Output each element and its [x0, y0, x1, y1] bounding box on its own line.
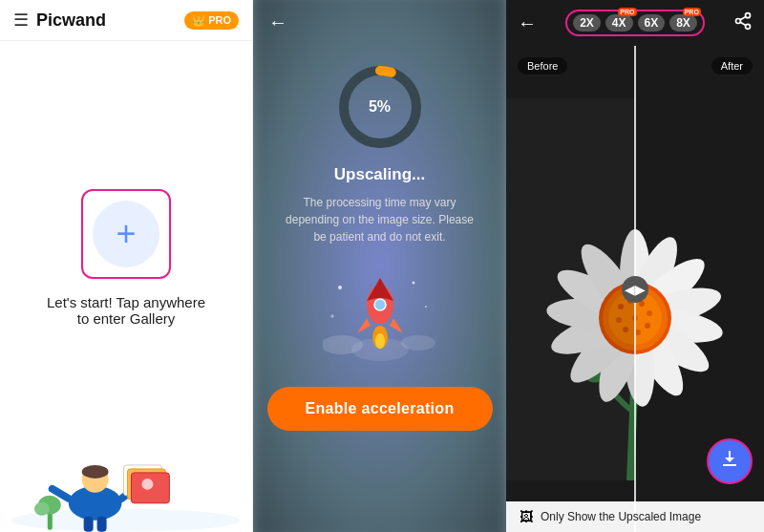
- comparison-back-button[interactable]: ←: [518, 12, 537, 34]
- panel-comparison: ← 2X 4X PRO 6X 8X PRO: [506, 0, 764, 532]
- zoom-6x[interactable]: 6X: [638, 14, 666, 32]
- after-label: After: [711, 57, 753, 74]
- zoom-4x-label: 4X: [612, 16, 626, 30]
- svg-line-31: [740, 22, 746, 25]
- plus-icon: +: [116, 217, 136, 251]
- before-label: Before: [518, 57, 567, 74]
- svg-point-26: [425, 306, 427, 308]
- svg-point-58: [647, 310, 652, 316]
- zoom-options-group: 2X 4X PRO 6X 8X PRO: [565, 10, 705, 36]
- home-header: ☰ Picwand 👑 PRO: [0, 0, 252, 41]
- svg-point-23: [375, 333, 385, 349]
- comparison-header: ← 2X 4X PRO 6X 8X PRO: [506, 0, 764, 46]
- svg-rect-4: [84, 517, 94, 532]
- crown-icon: 👑: [192, 14, 205, 27]
- upscaling-title: Upscaling...: [334, 165, 425, 184]
- enable-acceleration-button[interactable]: Enable acceleration: [267, 387, 493, 431]
- menu-icon[interactable]: ☰: [13, 10, 29, 31]
- zoom-6x-label: 6X: [645, 16, 659, 30]
- only-show-upscaled-bar[interactable]: 🖼 Only Show the Upscaled Image: [506, 501, 764, 532]
- svg-point-21: [374, 299, 386, 310]
- svg-point-59: [645, 323, 650, 329]
- progress-ring: 5%: [337, 64, 423, 150]
- back-button[interactable]: ←: [268, 11, 287, 33]
- zoom-2x-label: 2X: [580, 16, 594, 30]
- add-button-wrapper[interactable]: +: [81, 189, 171, 279]
- pro-badge-label: PRO: [208, 14, 231, 26]
- svg-rect-64: [506, 98, 635, 480]
- only-show-text: Only Show the Upscaled Image: [541, 510, 701, 523]
- add-button[interactable]: +: [93, 201, 159, 267]
- rocket-illustration: [323, 268, 437, 368]
- panel-upscaling: ← 5% Upscaling... The processing time ma…: [253, 0, 506, 532]
- zoom-8x[interactable]: 8X PRO: [669, 14, 697, 32]
- svg-point-24: [338, 286, 342, 289]
- svg-point-3: [82, 465, 109, 479]
- zoom-8x-badge: PRO: [683, 8, 701, 16]
- svg-line-32: [740, 16, 746, 19]
- panel-home: ☰ Picwand 👑 PRO + Let's start! Tap anywh…: [0, 0, 253, 532]
- download-icon: [718, 447, 741, 476]
- gallery-prompt-text: Let's start! Tap anywhere to enter Galle…: [40, 294, 212, 327]
- svg-point-25: [412, 282, 414, 285]
- progress-percent: 5%: [369, 98, 391, 116]
- svg-point-11: [141, 479, 153, 490]
- only-show-icon: 🖼: [520, 509, 533, 524]
- comparison-handle[interactable]: ◀▶: [622, 276, 648, 303]
- svg-point-14: [34, 502, 50, 516]
- download-button[interactable]: [707, 438, 753, 484]
- comparison-image-area: Before After ◀▶ 🖼 Only Show the Upscaled…: [506, 46, 764, 532]
- zoom-4x[interactable]: 4X PRO: [605, 14, 633, 32]
- upscaling-description: The processing time may vary depending o…: [280, 194, 480, 245]
- upscaling-header: ←: [253, 0, 506, 45]
- svg-point-27: [330, 315, 333, 318]
- upscaling-content: 5% Upscaling... The processing time may …: [267, 45, 493, 532]
- app-title: Picwand: [36, 11, 177, 31]
- pro-badge: 👑 PRO: [184, 11, 239, 30]
- zoom-4x-badge: PRO: [618, 8, 636, 16]
- svg-rect-5: [97, 517, 107, 532]
- share-button[interactable]: [733, 11, 753, 35]
- zoom-2x[interactable]: 2X: [573, 14, 601, 32]
- zoom-8x-label: 8X: [676, 16, 690, 30]
- home-illustration: [0, 379, 252, 532]
